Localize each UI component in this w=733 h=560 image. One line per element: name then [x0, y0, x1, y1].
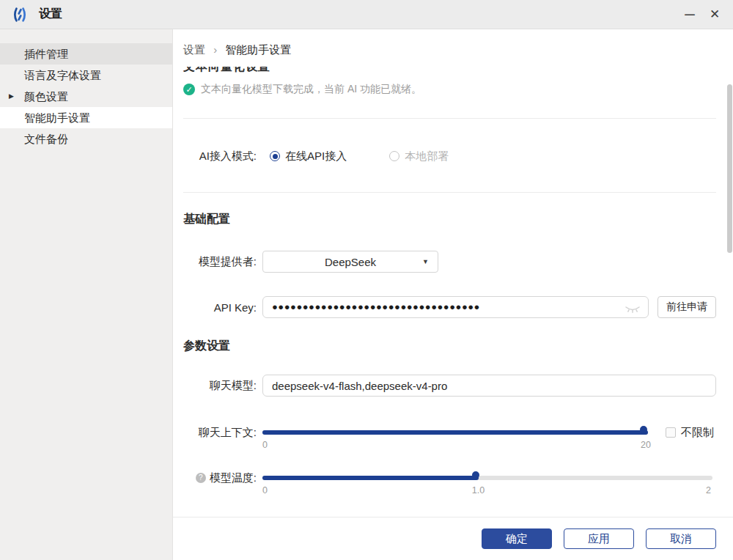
chat-model-value: deepseek-v4-flash,deepseek-v4-pro: [272, 380, 447, 392]
model-temperature-row: ? 模型温度: 0 1.0 2: [183, 467, 716, 499]
slider-handle[interactable]: [640, 426, 647, 433]
model-provider-select[interactable]: DeepSeek ▼: [262, 251, 438, 273]
breadcrumb-separator: ›: [213, 43, 217, 56]
slider-fill: [262, 430, 648, 435]
radio-online-api-label: 在线API接入: [285, 150, 347, 163]
divider: [183, 118, 716, 119]
model-provider-value: DeepSeek: [325, 256, 376, 268]
breadcrumb: 设置 › 智能助手设置: [183, 29, 716, 57]
cancel-button[interactable]: 取消: [646, 528, 716, 549]
unlimited-label: 不限制: [681, 426, 714, 440]
slider-max-label: 20: [641, 440, 651, 450]
api-key-masked-value: ●●●●●●●●●●●●●●●●●●●●●●●●●●●●●●●●●●: [272, 296, 480, 318]
chat-context-row: 聊天上下文: 0 20 不限制: [183, 421, 716, 454]
sidebar-item-label: 语言及字体设置: [24, 69, 101, 81]
radio-online-api[interactable]: 在线API接入: [270, 150, 347, 163]
basic-config-title: 基础配置: [183, 212, 716, 227]
caret-down-icon: ▼: [422, 258, 429, 265]
model-temperature-label: 模型温度:: [210, 467, 257, 489]
breadcrumb-current: 智能助手设置: [225, 43, 291, 56]
model-provider-label: 模型提供者:: [183, 255, 257, 269]
chat-model-label: 聊天模型:: [183, 379, 257, 393]
sidebar-item-ai-assistant[interactable]: 智能助手设置: [0, 107, 172, 128]
ai-access-mode-row: AI接入模式: 在线API接入 本地部署: [183, 145, 716, 167]
divider: [183, 192, 716, 193]
radio-local-deploy-label: 本地部署: [405, 150, 449, 163]
params-config-title: 参数设置: [183, 339, 716, 354]
slider-handle[interactable]: [472, 471, 479, 479]
unlimited-option[interactable]: 不限制: [666, 421, 714, 443]
sidebar-item-label: 插件管理: [24, 48, 68, 60]
sidebar-item-label: 智能助手设置: [24, 111, 90, 124]
radio-selected-icon[interactable]: [270, 151, 280, 161]
chat-context-label: 聊天上下文:: [183, 421, 257, 443]
radio-local-deploy[interactable]: 本地部署: [389, 150, 449, 163]
apply-button[interactable]: 应用: [564, 528, 634, 549]
slider-value-label: 1.0: [472, 485, 485, 495]
close-icon[interactable]: ✕: [702, 4, 727, 26]
breadcrumb-root[interactable]: 设置: [183, 43, 205, 56]
model-provider-row: 模型提供者: DeepSeek ▼: [183, 251, 716, 273]
ok-button[interactable]: 确定: [482, 528, 552, 549]
footer-buttons: 确定 应用 取消: [183, 517, 716, 549]
model-ready-notice: ✓ 文本向量化模型下载完成，当前 AI 功能已就绪。: [183, 83, 716, 96]
slider-max-label: 2: [706, 485, 711, 495]
sidebar-item-language-font[interactable]: 语言及字体设置: [0, 65, 172, 86]
minimize-icon[interactable]: ─: [677, 4, 702, 26]
slider-fill: [262, 476, 479, 480]
api-key-row: API Key: ●●●●●●●●●●●●●●●●●●●●●●●●●●●●●●●…: [183, 296, 716, 318]
radio-unselected-icon[interactable]: [389, 151, 399, 161]
settings-sidebar: 插件管理 语言及字体设置 ▶ 颜色设置 智能助手设置 文件备份: [0, 29, 173, 560]
sidebar-item-color-settings[interactable]: ▶ 颜色设置: [0, 86, 172, 107]
model-temperature-label-cell: ? 模型温度:: [183, 467, 257, 489]
go-apply-button[interactable]: 前往申请: [658, 296, 716, 318]
slider-min-label: 0: [262, 485, 268, 495]
eye-closed-icon[interactable]: [625, 303, 641, 316]
model-temperature-slider[interactable]: 0 1.0 2: [262, 467, 712, 499]
chat-context-slider[interactable]: 0 20: [262, 421, 648, 454]
window-title: 设置: [39, 7, 62, 22]
check-circle-icon: ✓: [183, 84, 195, 95]
titlebar: 设置 ─ ✕: [0, 0, 733, 29]
expand-arrow-icon[interactable]: ▶: [9, 86, 14, 107]
sidebar-item-label: 文件备份: [24, 133, 68, 145]
chat-model-input[interactable]: deepseek-v4-flash,deepseek-v4-pro: [262, 375, 716, 397]
app-logo-icon: [12, 6, 29, 23]
sidebar-item-file-backup[interactable]: 文件备份: [0, 128, 172, 150]
slider-min-label: 0: [262, 440, 268, 450]
sidebar-item-plugin-management[interactable]: 插件管理: [0, 43, 172, 65]
chat-model-row: 聊天模型: deepseek-v4-flash,deepseek-v4-pro: [183, 375, 716, 397]
api-key-label: API Key:: [183, 301, 257, 314]
notice-text: 文本向量化模型下载完成，当前 AI 功能已就绪。: [201, 83, 421, 96]
sidebar-item-label: 颜色设置: [24, 90, 68, 103]
unlimited-checkbox[interactable]: [666, 427, 676, 438]
api-key-input[interactable]: ●●●●●●●●●●●●●●●●●●●●●●●●●●●●●●●●●●: [262, 296, 649, 318]
vertical-scrollbar[interactable]: [727, 84, 732, 253]
help-icon[interactable]: ?: [196, 473, 206, 483]
ai-access-mode-label: AI接入模式:: [183, 150, 257, 163]
clipped-section-heading: 文本向量化设置: [183, 67, 716, 75]
settings-content: 设置 › 智能助手设置 文本向量化设置 ✓ 文本向量化模型下载完成，当前 AI …: [173, 29, 733, 560]
